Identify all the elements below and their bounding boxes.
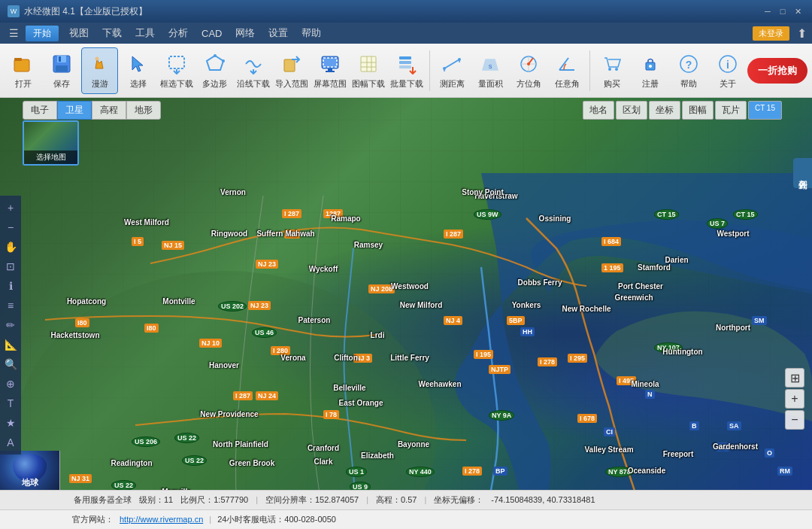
menu-toggle-button[interactable]: ☰ [3, 25, 24, 41]
open-icon [11, 52, 35, 76]
svg-point-39 [608, 68, 611, 71]
coordinates-label: 坐标无偏移： [434, 494, 483, 506]
select-label: 选择 [130, 78, 147, 90]
menu-item-cad[interactable]: CAD [195, 26, 228, 41]
sidebar-zoom-out[interactable]: − [2, 218, 20, 236]
coordinate-toggle[interactable]: 坐标 [649, 101, 680, 120]
save-icon [50, 52, 74, 76]
fit-extent-button[interactable]: ⊞ [785, 368, 804, 388]
status-bar: 备用服务器全球 级别：11 比例尺：1:577790 | 空间分辨率：152.8… [0, 490, 812, 529]
map-area[interactable]: NJ 15NJ 23I 2871287I 287US 9W1 195US 7CT… [0, 98, 812, 490]
left-sidebar: + − ✋ ⊡ ℹ ≡ ✏ 📐 🔍 ⊕ T ★ A [0, 196, 21, 455]
sidebar-select-rect[interactable]: ⊡ [2, 257, 20, 275]
status-sep-3: | [424, 495, 426, 504]
map-thumbnail[interactable]: 选择地图 [23, 120, 79, 166]
svg-rect-4 [56, 65, 68, 71]
collapse-ribbon-button[interactable]: ⬆ [794, 26, 809, 41]
menu-item-tools[interactable]: 工具 [129, 25, 161, 41]
bearing-button[interactable]: 方位角 [511, 47, 547, 94]
line-download-button[interactable]: 沿线下载 [235, 47, 271, 94]
select-icon [126, 52, 150, 76]
frame-download-button[interactable]: 框选下载 [158, 47, 195, 94]
batch-download-button[interactable]: 批量下载 [389, 47, 426, 94]
screen-range-button[interactable]: 屏幕范围 [312, 47, 349, 94]
menu-item-download[interactable]: 下载 [96, 25, 128, 41]
frame-toggle[interactable]: 图幅 [682, 101, 714, 120]
level-label: 级别：11 [139, 494, 173, 506]
about-button[interactable]: i 关于 [709, 47, 746, 94]
globe-thumbnail[interactable]: 地球 [0, 451, 60, 490]
svg-rect-17 [326, 71, 335, 72]
status-bottom-row: 官方网站： http://www.rivermap.cn | 24小时客服电话：… [0, 510, 812, 529]
menu-item-analyze[interactable]: 分析 [162, 25, 194, 41]
elevation-label: 高程：0.57 [376, 494, 417, 506]
toolbar: 打开 保存 漫游 选择 框选下载 多边形 沿线下载 [0, 44, 812, 98]
measure-distance-button[interactable]: 测距离 [434, 47, 471, 94]
frame-dl2-button[interactable]: 图幅下载 [350, 47, 387, 94]
help-button[interactable]: ? 帮助 [671, 47, 707, 94]
select-button[interactable]: 选择 [120, 47, 156, 94]
menu-item-help[interactable]: 帮助 [295, 25, 327, 41]
svg-rect-18 [361, 56, 376, 71]
placename-toggle[interactable]: 地名 [583, 101, 614, 120]
svg-rect-24 [399, 61, 411, 64]
sidebar-mark[interactable]: ★ [2, 414, 20, 432]
sidebar-annotation[interactable]: A [2, 433, 20, 451]
sidebar-search[interactable]: 🔍 [2, 355, 20, 373]
menu-start-button[interactable]: 开始 [26, 26, 59, 41]
buy-button[interactable]: 购买 [594, 47, 631, 94]
sidebar-text[interactable]: T [2, 394, 20, 412]
promo-button[interactable]: 一折抢购 [747, 58, 807, 84]
map-thumb-label: 选择地图 [24, 150, 77, 164]
sidebar-goto[interactable]: ⊕ [2, 375, 20, 393]
measure-area-label: 量面积 [478, 78, 503, 90]
arbitrary-angle-button[interactable]: 任意角 [549, 47, 586, 94]
register-icon [638, 52, 662, 76]
tab-terrain[interactable]: 地形 [126, 101, 161, 120]
close-button[interactable]: ✕ [791, 5, 804, 17]
menu-item-network[interactable]: 网络 [229, 25, 261, 41]
polygon-button[interactable]: 多边形 [196, 47, 233, 94]
svg-text:i: i [726, 59, 729, 71]
zoom-in-button[interactable]: + [785, 389, 804, 409]
frame-download-icon [165, 52, 189, 76]
save-button[interactable]: 保存 [43, 47, 80, 94]
globe-label: 地球 [0, 477, 60, 488]
zoom-out-button[interactable]: − [785, 410, 804, 430]
tab-elevation[interactable]: 高程 [92, 101, 126, 120]
tab-electronic[interactable]: 电子 [23, 101, 57, 120]
sidebar-zoom-in[interactable]: + [2, 199, 20, 217]
line-download-label: 沿线下载 [237, 78, 270, 90]
sidebar-draw[interactable]: ✏ [2, 316, 20, 334]
sidebar-info[interactable]: ℹ [2, 277, 20, 295]
toolbar-sep-2 [589, 50, 590, 91]
measure-distance-label: 测距离 [440, 78, 465, 90]
sidebar-measure[interactable]: 📐 [2, 336, 20, 354]
tab-satellite[interactable]: 卫星 [57, 101, 92, 120]
task-list-button[interactable]: 任务列表 [793, 158, 812, 188]
login-button[interactable]: 未登录 [753, 26, 789, 41]
tile-toggle[interactable]: 瓦片 [715, 101, 747, 120]
sidebar-layer[interactable]: ≡ [2, 296, 20, 315]
website-link[interactable]: http://www.rivermap.cn [120, 515, 203, 524]
boundary-toggle[interactable]: 区划 [616, 101, 647, 120]
arbitrary-angle-icon [555, 52, 579, 76]
menu-item-settings[interactable]: 设置 [262, 25, 294, 41]
measure-distance-icon [440, 52, 464, 76]
svg-rect-7 [169, 56, 184, 68]
menu-item-view[interactable]: 视图 [63, 25, 95, 41]
open-button[interactable]: 打开 [5, 47, 41, 94]
app-title: 水经微图 4.1【企业版已授权】 [24, 5, 761, 18]
svg-rect-5 [59, 56, 61, 62]
minimize-button[interactable]: ─ [761, 5, 774, 17]
roam-button[interactable]: 漫游 [81, 47, 118, 94]
about-label: 关于 [720, 78, 736, 90]
arbitrary-angle-label: 任意角 [555, 78, 580, 90]
import-range-button[interactable]: 导入范围 [273, 47, 310, 94]
register-button[interactable]: 注册 [632, 47, 669, 94]
sidebar-pan[interactable]: ✋ [2, 238, 20, 256]
import-range-label: 导入范围 [275, 78, 308, 90]
measure-area-button[interactable]: S 量面积 [472, 47, 509, 94]
status-sep-4: | [209, 515, 211, 524]
maximize-button[interactable]: □ [776, 5, 789, 17]
